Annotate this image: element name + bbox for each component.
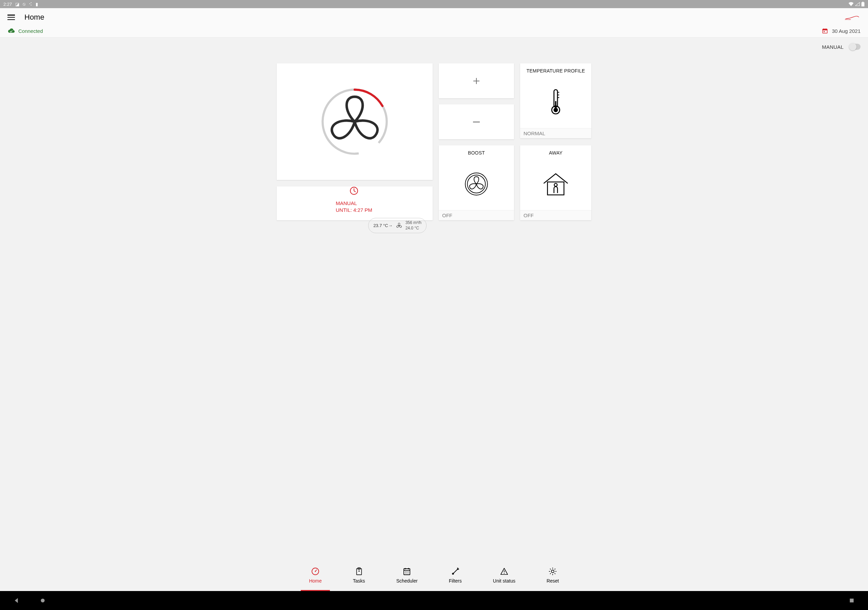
home-button[interactable] [40, 598, 45, 603]
nav-reset[interactable]: Reset [542, 566, 564, 587]
nav-label: Unit status [493, 578, 515, 584]
svg-point-41 [551, 570, 554, 573]
android-status-bar: 2:27 ◪ ⦸ ⠪ ▮ [0, 0, 868, 8]
thermometer-icon [549, 89, 563, 115]
calendar-icon [822, 28, 828, 34]
status-icon: ▮ [36, 2, 38, 7]
fan-small-icon [395, 222, 403, 229]
clipboard-icon [355, 567, 363, 576]
nav-label: Tasks [353, 578, 365, 584]
android-nav-bar [0, 591, 868, 610]
status-time: 2:27 [3, 2, 12, 7]
svg-rect-7 [824, 31, 825, 32]
connected-label: Connected [18, 28, 43, 34]
svg-point-20 [554, 183, 557, 186]
svg-point-23 [315, 571, 316, 572]
status-icon: ◪ [15, 2, 19, 7]
mode-toggle[interactable] [849, 44, 860, 50]
svg-point-40 [504, 573, 505, 574]
decrease-button[interactable] [439, 104, 514, 139]
boost-icon [463, 171, 490, 197]
svg-rect-24 [356, 569, 361, 575]
svg-point-36 [406, 573, 407, 573]
svg-rect-51 [850, 599, 853, 602]
connection-status: Connected [8, 28, 43, 34]
mode-toggle-row: MANUAL [0, 38, 868, 50]
battery-icon [861, 2, 865, 6]
signal-icon [855, 2, 860, 6]
gauge-icon [311, 567, 319, 576]
schedule-line2: UNTIL: 4:27 PM [336, 207, 372, 214]
svg-rect-4 [823, 29, 827, 31]
nav-tasks[interactable]: Tasks [348, 566, 370, 587]
svg-line-46 [550, 569, 551, 569]
schedule-line1: MANUAL [336, 200, 372, 207]
svg-line-49 [555, 569, 555, 569]
nav-label: Reset [547, 578, 559, 584]
svg-point-33 [406, 571, 407, 572]
bottom-nav: Home Tasks Scheduler Filters Unit status… [0, 562, 868, 591]
gear-icon [549, 567, 557, 576]
main-grid: TEMPERATURE PROFILE NORMAL BOOST [0, 50, 868, 220]
back-button[interactable] [14, 598, 20, 604]
nav-scheduler[interactable]: Scheduler [392, 566, 423, 587]
fan-icon [319, 86, 390, 157]
away-tile[interactable]: AWAY OFF [520, 146, 591, 220]
nav-unit-status[interactable]: Unit status [488, 566, 520, 587]
mode-label: MANUAL [822, 44, 843, 50]
svg-point-35 [405, 573, 406, 573]
tile-title: BOOST [439, 146, 514, 158]
page-title: Home [25, 13, 44, 22]
svg-line-47 [555, 573, 555, 574]
tile-title: TEMPERATURE PROFILE [520, 63, 591, 76]
plus-icon [472, 77, 480, 85]
nav-label: Home [309, 578, 321, 584]
date-display[interactable]: 30 Aug 2021 [822, 28, 860, 34]
tile-footer: OFF [439, 210, 514, 220]
tile-footer: NORMAL [520, 128, 591, 138]
svg-point-11 [554, 107, 558, 112]
cloud-check-icon [8, 28, 15, 34]
svg-text:zehnder: zehnder [845, 18, 851, 20]
svg-point-37 [408, 573, 409, 573]
svg-rect-1 [862, 2, 863, 2]
svg-point-32 [405, 571, 406, 572]
nav-label: Filters [449, 578, 462, 584]
app-header: Home zehnder Connected 30 Aug 2021 [0, 8, 868, 38]
nav-filters[interactable]: Filters [444, 566, 467, 587]
temperature-profile-tile[interactable]: TEMPERATURE PROFILE NORMAL [520, 63, 591, 138]
temp-in: 23.7 °C→ [373, 223, 393, 228]
date-value: 30 Aug 2021 [832, 28, 860, 34]
svg-rect-6 [826, 28, 826, 30]
tools-icon [451, 567, 459, 576]
boost-tile[interactable]: BOOST OFF [439, 146, 514, 220]
tile-title: AWAY [520, 146, 591, 158]
temp-out: 24.0 °C [406, 226, 422, 231]
menu-icon[interactable] [8, 15, 15, 20]
svg-rect-0 [862, 2, 865, 6]
fan-level-card[interactable] [277, 63, 432, 180]
recents-button[interactable] [849, 598, 854, 603]
svg-rect-5 [824, 28, 824, 30]
away-icon [541, 171, 570, 197]
nav-label: Scheduler [396, 578, 418, 584]
readings-pill[interactable]: 23.7 °C→ 356 m³/h 24.0 °C [368, 218, 426, 233]
airflow-value: 356 m³/h [406, 220, 422, 226]
warning-icon [500, 567, 508, 576]
svg-rect-19 [547, 182, 564, 195]
increase-button[interactable] [439, 63, 514, 98]
status-icon: ⦸ [23, 2, 25, 7]
minus-icon [473, 121, 480, 123]
clock-icon [350, 186, 358, 195]
tile-footer: OFF [520, 210, 591, 220]
svg-point-50 [41, 599, 44, 602]
calendar-grid-icon [403, 567, 411, 576]
svg-line-48 [550, 573, 551, 574]
status-icon: ⠪ [29, 2, 32, 7]
nav-home[interactable]: Home [304, 566, 326, 587]
brand-logo: zehnder [843, 13, 860, 21]
schedule-text: MANUAL UNTIL: 4:27 PM [336, 200, 372, 213]
svg-point-34 [408, 571, 409, 572]
schedule-info-card[interactable]: MANUAL UNTIL: 4:27 PM 23.7 °C→ 356 m³/h … [277, 186, 432, 220]
wifi-icon [848, 2, 854, 6]
